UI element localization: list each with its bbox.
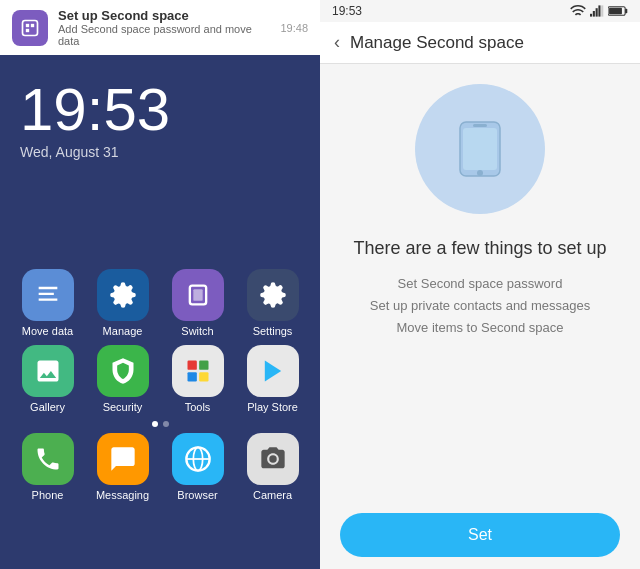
page-title: Manage Second space [350,33,524,53]
security-icon [97,345,149,397]
dot-2 [163,421,169,427]
svg-rect-2 [31,23,34,26]
app-grid: Move data Manage Switch Settings [0,269,320,509]
browser-label: Browser [177,489,217,501]
browser-icon [172,433,224,485]
notif-subtitle: Add Second space password and move data [58,23,270,47]
app-item-browser[interactable]: Browser [164,433,232,501]
set-button-container: Set [320,501,640,569]
notif-icon [12,10,48,46]
left-panel: Set up Second space Add Second space pas… [0,0,320,569]
setup-step-1: Set Second space password [370,273,590,295]
tools-label: Tools [185,401,211,413]
notification-bar[interactable]: Set up Second space Add Second space pas… [0,0,320,55]
svg-rect-19 [598,5,600,16]
camera-icon [247,433,299,485]
app-row-2: Gallery Security Tools Play Store [10,345,310,413]
move-data-icon [22,269,74,321]
svg-rect-17 [593,11,595,17]
svg-rect-25 [463,128,497,170]
clock-area: 19:53 Wed, August 31 [20,80,170,160]
svg-rect-16 [590,14,592,17]
camera-label: Camera [253,489,292,501]
move-data-label: Move data [22,325,73,337]
settings-label: Settings [253,325,293,337]
app-item-move-data[interactable]: Move data [14,269,82,337]
app-item-play-store[interactable]: Play Store [239,345,307,413]
app-item-security[interactable]: Security [89,345,157,413]
battery-icon [608,5,628,17]
messaging-icon [97,433,149,485]
dots-row [10,421,310,427]
notif-text: Set up Second space Add Second space pas… [58,8,270,47]
svg-rect-8 [187,361,196,370]
svg-rect-9 [199,361,208,370]
setup-steps: Set Second space password Set up private… [370,273,590,339]
manage-icon [97,269,149,321]
wifi-icon [570,5,586,17]
play-store-label: Play Store [247,401,298,413]
svg-rect-6 [193,289,202,301]
switch-label: Switch [181,325,213,337]
app-item-tools[interactable]: Tools [164,345,232,413]
app-item-settings[interactable]: Settings [239,269,307,337]
back-button[interactable]: ‹ [334,32,340,53]
phone-illustration [415,84,545,214]
svg-point-27 [477,170,483,176]
app-item-switch[interactable]: Switch [164,269,232,337]
svg-rect-11 [199,372,208,381]
app-row-1: Move data Manage Switch Settings [10,269,310,337]
security-label: Security [103,401,143,413]
phone-svg [445,114,515,184]
app-row-3: Phone Messaging Browser Camera [10,433,310,501]
svg-rect-20 [601,5,603,16]
svg-marker-12 [264,361,280,382]
status-icons [570,5,628,17]
setup-step-3: Move items to Second space [370,317,590,339]
phone-label: Phone [32,489,64,501]
switch-icon [172,269,224,321]
set-button[interactable]: Set [340,513,620,557]
dot-1 [152,421,158,427]
right-content: There are a few things to set up Set Sec… [320,64,640,501]
clock-date: Wed, August 31 [20,144,170,160]
svg-rect-1 [26,23,29,26]
svg-rect-23 [609,8,622,14]
top-bar: ‹ Manage Second space [320,22,640,64]
settings-icon [247,269,299,321]
svg-rect-22 [625,9,627,13]
svg-rect-3 [26,28,29,31]
notif-time: 19:48 [280,22,308,34]
status-bar: 19:53 [320,0,640,22]
svg-rect-0 [23,20,38,35]
right-panel: 19:53 ‹ Manage Second space [320,0,640,569]
svg-rect-10 [187,372,196,381]
play-store-icon [247,345,299,397]
phone-icon [22,433,74,485]
svg-rect-26 [473,124,487,127]
gallery-label: Gallery [30,401,65,413]
gallery-icon [22,345,74,397]
tools-icon [172,345,224,397]
setup-title: There are a few things to set up [353,238,606,259]
svg-rect-18 [596,8,598,16]
clock-time: 19:53 [20,80,170,140]
setup-step-2: Set up private contacts and messages [370,295,590,317]
app-item-gallery[interactable]: Gallery [14,345,82,413]
app-item-phone[interactable]: Phone [14,433,82,501]
signal-icon [590,5,604,17]
status-time: 19:53 [332,4,362,18]
app-item-messaging[interactable]: Messaging [89,433,157,501]
app-item-camera[interactable]: Camera [239,433,307,501]
notif-title: Set up Second space [58,8,270,23]
manage-label: Manage [103,325,143,337]
messaging-label: Messaging [96,489,149,501]
app-item-manage[interactable]: Manage [89,269,157,337]
